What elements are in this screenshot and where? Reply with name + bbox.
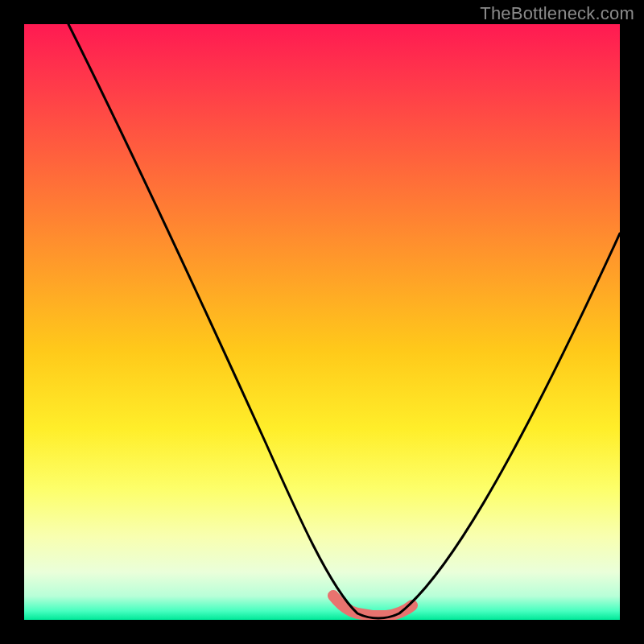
plot-area bbox=[24, 24, 620, 620]
curve-line bbox=[68, 24, 620, 618]
chart-container: TheBottleneck.com bbox=[0, 0, 644, 644]
bottleneck-curve bbox=[24, 24, 620, 620]
watermark-text: TheBottleneck.com bbox=[480, 3, 634, 24]
